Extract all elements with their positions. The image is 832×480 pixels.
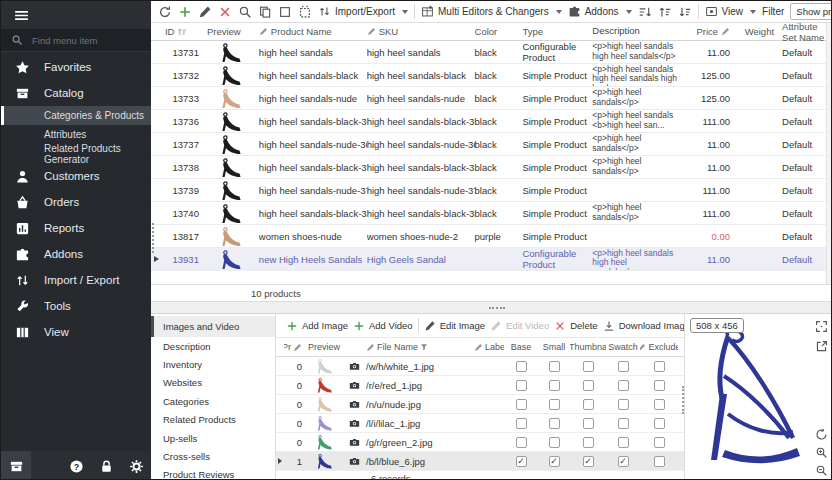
- table-row-image-g-r-green-2-jpg[interactable]: 0/g/r/green_2.jpg: [276, 433, 684, 452]
- table-row-product-13736[interactable]: 13736high heel sandals-black-36high heel…: [151, 110, 826, 133]
- refresh-button[interactable]: [158, 5, 172, 19]
- table-row-product-13817[interactable]: 13817women shoes-nudewomen shoes-nude-2p…: [151, 225, 826, 248]
- checkbox-swatch[interactable]: [618, 361, 629, 372]
- sidebar-item-categories-products[interactable]: Categories & Products: [1, 106, 151, 125]
- checkbox-base[interactable]: [516, 380, 527, 391]
- checkbox-thumbnail[interactable]: [583, 361, 594, 372]
- tab-description[interactable]: Description: [151, 337, 275, 355]
- edit-image-button[interactable]: Edit Image: [424, 320, 485, 332]
- table-row-image-w-h-white-1-jpg[interactable]: 0/w/h/white_1.jpg: [276, 357, 684, 376]
- checkbox-small[interactable]: [549, 456, 560, 467]
- menu-search-input[interactable]: [30, 34, 130, 47]
- tab-cross-sells[interactable]: Cross-sells: [151, 447, 275, 465]
- checkbox-base[interactable]: [516, 456, 527, 467]
- column-header-description[interactable]: Description: [592, 26, 682, 37]
- table-row-product-13931[interactable]: 13931new High Heels SandalsHigh Geels Sa…: [151, 248, 826, 271]
- table-row-product-13733[interactable]: 13733high heel sandals-nudehigh heel san…: [151, 87, 826, 110]
- column-header-weight[interactable]: Weight: [730, 26, 774, 37]
- checkbox-small[interactable]: [549, 418, 560, 429]
- column-header-preview[interactable]: Preview: [306, 342, 346, 352]
- table-row-image-b-l-blue-6-jpg[interactable]: 1/b/l/blue_6.jpg: [276, 452, 684, 471]
- column-header-type[interactable]: Type: [522, 26, 592, 37]
- download-image-button[interactable]: Download Image: [603, 320, 690, 332]
- sidebar-item-addons[interactable]: Addons: [1, 241, 151, 267]
- checkbox-thumbnail[interactable]: [583, 437, 594, 448]
- table-row-product-13740[interactable]: 13740high heel sandals-black-38high heel…: [151, 202, 826, 225]
- checkbox-exclude[interactable]: [654, 437, 665, 448]
- tab-up-sells[interactable]: Up-sells: [151, 429, 275, 447]
- delete-product-button[interactable]: [218, 5, 232, 19]
- sidebar-item-orders[interactable]: Orders: [1, 189, 151, 215]
- copy-button[interactable]: [258, 5, 272, 19]
- paste-button[interactable]: [298, 5, 312, 19]
- sidebar-item-catalog[interactable]: Catalog: [1, 80, 151, 106]
- column-header-price[interactable]: Price: [682, 26, 730, 37]
- column-header-color[interactable]: Color: [475, 26, 523, 37]
- sidebar-item-related-products-generator[interactable]: Related Products Generator: [1, 144, 151, 163]
- table-row-product-13737[interactable]: 13737high heel sandals-nude-36high heel …: [151, 133, 826, 156]
- delete-image-button[interactable]: Delete: [554, 320, 597, 332]
- table-row-product-13731[interactable]: 13731high heel sandalshigh heel sandalsb…: [151, 41, 826, 64]
- fit-to-screen-icon[interactable]: [815, 320, 828, 333]
- sidebar-item-attributes[interactable]: Attributes: [1, 125, 151, 144]
- sort-az-button[interactable]: [638, 5, 652, 19]
- sidebar-item-tools[interactable]: Tools: [1, 293, 151, 319]
- horizontal-splitter[interactable]: [151, 301, 832, 314]
- sidebar-item-view[interactable]: View: [1, 319, 151, 345]
- zoom-out-icon[interactable]: [815, 464, 828, 477]
- add-product-button[interactable]: [178, 5, 192, 19]
- checkbox-base[interactable]: [516, 437, 527, 448]
- checkbox-thumbnail[interactable]: [583, 399, 594, 410]
- zoom-in-icon[interactable]: [815, 446, 828, 459]
- column-header-attribute-set[interactable]: Attribute Set Name: [774, 21, 826, 43]
- settings-icon[interactable]: [129, 459, 144, 474]
- table-row-product-13738[interactable]: 13738high heel sandals-black-37high heel…: [151, 156, 826, 179]
- sidebar-item-reports[interactable]: Reports: [1, 215, 151, 241]
- column-header-position[interactable]: Pr: [284, 342, 306, 352]
- sort-ascending-button[interactable]: [658, 5, 672, 19]
- table-row-image-n-u-nude-jpg[interactable]: 0/n/u/nude.jpg: [276, 395, 684, 414]
- column-header-product-name[interactable]: Product Name: [259, 26, 367, 37]
- tab-inventory[interactable]: Inventory: [151, 355, 275, 373]
- column-header-preview[interactable]: Preview: [207, 26, 259, 37]
- checkbox-exclude[interactable]: [654, 399, 665, 410]
- table-row-image-r-e-red-1-jpg[interactable]: 0/r/e/red_1.jpg: [276, 376, 684, 395]
- checkbox-small[interactable]: [549, 380, 560, 391]
- table-row-product-13739[interactable]: 13739high heel sandals-nude-37high heel …: [151, 179, 826, 202]
- tab-categories[interactable]: Categories: [151, 392, 275, 410]
- checkbox-exclude[interactable]: [654, 361, 665, 372]
- column-header-thumbnail[interactable]: Thumbna: [570, 342, 606, 352]
- addons-button[interactable]: Addons: [568, 5, 632, 18]
- checkbox-exclude[interactable]: [654, 456, 665, 467]
- tab-websites[interactable]: Websites: [151, 374, 275, 392]
- help-icon[interactable]: ?: [69, 459, 84, 474]
- sidebar-item-import-export[interactable]: Import / Export: [1, 267, 151, 293]
- checkbox-small[interactable]: [549, 437, 560, 448]
- checkbox-base[interactable]: [516, 361, 527, 372]
- column-header-small[interactable]: Small: [538, 342, 570, 352]
- checkbox-small[interactable]: [549, 399, 560, 410]
- open-external-icon[interactable]: [815, 340, 828, 353]
- column-header-file-name[interactable]: File Name: [362, 342, 474, 352]
- checkbox-swatch[interactable]: [618, 380, 629, 391]
- sidebar-item-favorites[interactable]: Favorites: [1, 54, 151, 80]
- column-header-sku[interactable]: SKU: [367, 26, 475, 37]
- checkbox-thumbnail[interactable]: [583, 456, 594, 467]
- rotate-icon[interactable]: [815, 428, 828, 441]
- checkbox-thumbnail[interactable]: [583, 380, 594, 391]
- view-button[interactable]: View: [705, 5, 757, 18]
- sidebar-search[interactable]: [1, 29, 151, 52]
- table-row-product-13732[interactable]: 13732high heel sandals-blackhigh heel sa…: [151, 64, 826, 87]
- checkbox-thumbnail[interactable]: [583, 418, 594, 429]
- column-header-id[interactable]: ID: [163, 26, 207, 37]
- checkbox-base[interactable]: [516, 399, 527, 410]
- checkbox-swatch[interactable]: [618, 456, 629, 467]
- checkbox-small[interactable]: [549, 361, 560, 372]
- checkbox-base[interactable]: [516, 418, 527, 429]
- column-header-base[interactable]: Base: [504, 342, 538, 352]
- table-row-image-l-i-lilac-1-jpg[interactable]: 0/l/i/lilac_1.jpg: [276, 414, 684, 433]
- checkbox-swatch[interactable]: [618, 418, 629, 429]
- add-video-button[interactable]: Add Video: [353, 320, 413, 332]
- lock-icon[interactable]: [99, 459, 114, 474]
- left-splitter-grip[interactable]: [152, 223, 155, 253]
